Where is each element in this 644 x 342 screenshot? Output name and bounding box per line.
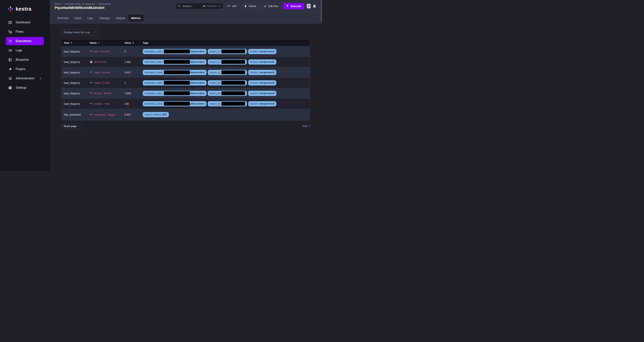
table-row[interactable]: load_biqquery ¹²³ output.rows 100 destin…: [62, 98, 310, 109]
per-page-label: 25 per page: [64, 125, 76, 127]
table-row[interactable]: load_biqquery ¹²³ bad.records 0 destinat…: [62, 46, 310, 57]
breadcrumb-item[interactable]: Executions: [99, 3, 111, 5]
tab-gantt[interactable]: Gantt: [72, 15, 84, 22]
metric-name[interactable]: input.bytes: [94, 71, 110, 74]
tag-value: .demo.orders: [190, 92, 204, 95]
table-row[interactable]: load_biqquery ¹²³ output.bytes 7,894 des…: [62, 88, 310, 98]
sidebar-item-executions[interactable]: Executions: [6, 37, 44, 45]
tag-label: project_id:: [210, 92, 220, 95]
metric-name[interactable]: duration: [94, 61, 106, 63]
breadcrumb-item[interactable]: dev.load_data_to_bigquery: [65, 3, 95, 5]
sidebar-item-blueprints[interactable]: Blueprints: [6, 56, 44, 64]
name-cell: ¹²³ bad.records: [90, 50, 124, 53]
name-cell: ¹²³ output.rows: [90, 102, 124, 105]
kestra-logo[interactable]: kestra.: [0, 0, 50, 17]
redaction-box: [164, 50, 190, 53]
sidebar-item-flows[interactable]: Flows: [6, 28, 44, 36]
task-cell: load_biqquery: [64, 92, 90, 95]
sidebar-item-dashboard[interactable]: Dashboard: [6, 18, 44, 27]
table-header-row: Task Name Value Tags: [62, 39, 310, 46]
tag-label: project_id:: [210, 82, 220, 84]
sidebar-item-label: Settings: [16, 86, 26, 89]
sidebar-item-logs[interactable]: Logs: [6, 46, 44, 55]
total-value: 7: [308, 125, 310, 127]
column-header-tags[interactable]: Tags: [143, 42, 308, 44]
column-header-name[interactable]: Name: [90, 42, 124, 44]
tag-pill: location: europe-west3: [248, 80, 276, 86]
delete-button[interactable]: Delete: [241, 3, 259, 9]
tag-pill: location: europe-west3: [248, 91, 276, 96]
tag-pill: destination_table: .demo.orders: [143, 49, 206, 54]
metric-name[interactable]: bad.records: [94, 50, 110, 53]
tag-value: .demo.orders: [190, 82, 204, 84]
sidebar-item-administration[interactable]: Administration: [6, 74, 44, 83]
jump-to-search[interactable]: Ctrl/Cmd + K: [176, 3, 223, 9]
table-row[interactable]: http_download ¹²³ response.length 5,837 …: [62, 109, 310, 120]
metric-name[interactable]: output.bytes: [94, 92, 112, 95]
metric-name[interactable]: input.files: [94, 81, 110, 84]
tag-pill: project_id:: [208, 91, 247, 96]
tag-pill: location: europe-west3: [248, 101, 276, 106]
tag-label: project_id:: [210, 71, 220, 74]
tab-topology[interactable]: Topology: [96, 15, 112, 22]
tag-label: destination_table:: [144, 71, 163, 74]
logs-icon: [8, 49, 12, 53]
content-area: Display metric for a sp... Task Name Val…: [50, 24, 322, 171]
tag-pill: destination_table: .demo.orders: [143, 101, 206, 106]
metric-name[interactable]: response.length: [94, 113, 116, 116]
blueprints-icon: [8, 58, 12, 62]
table-row[interactable]: load_biqquery ¹²³ input.files 1 destinat…: [62, 77, 310, 88]
sidebar-item-plugins[interactable]: Plugins: [6, 65, 44, 73]
chevron-down-icon: [78, 125, 80, 127]
tab-metrics[interactable]: Metrics: [128, 15, 144, 22]
table-row[interactable]: load_biqquery duration 1.46s destination…: [62, 57, 310, 67]
total-count: Total:7: [302, 125, 310, 127]
metric-name[interactable]: output.rows: [94, 102, 110, 105]
sidebar-nav: Dashboard Flows Executions Logs Blueprin…: [0, 17, 50, 92]
redaction-box: [222, 102, 245, 106]
tag-value: GET: [162, 113, 167, 116]
bell-icon[interactable]: [312, 4, 316, 8]
table-row[interactable]: load_biqquery ¹²³ input.bytes 5,837 dest…: [62, 67, 310, 77]
breadcrumb-separator: /: [62, 3, 63, 5]
sidebar-item-label: Dashboard: [16, 21, 30, 24]
value-cell: 1.46s: [124, 61, 143, 64]
tab-label: Logs: [87, 17, 93, 20]
execute-button[interactable]: Execute: [283, 3, 304, 9]
timer-icon: [90, 61, 92, 63]
tags-cell: destination_table: .demo.orders project_…: [143, 70, 308, 75]
tag-pill: project_id:: [208, 101, 247, 106]
tag-label: destination_table:: [144, 82, 163, 84]
tag-label: destination_table:: [144, 61, 163, 63]
api-button[interactable]: API API: [224, 3, 240, 9]
metric-filter-select[interactable]: Display metric for a sp...: [61, 29, 98, 36]
scrollbar-thumb[interactable]: [320, 0, 322, 22]
tab-outputs[interactable]: Outputs: [113, 15, 128, 22]
redaction-box: [164, 70, 190, 74]
column-header-value[interactable]: Value: [124, 42, 143, 44]
chevron-down-icon: [93, 31, 96, 34]
search-icon: [178, 5, 181, 8]
column-header-task[interactable]: Task: [64, 42, 90, 44]
redaction-box: [222, 91, 245, 95]
sidebar-item-settings[interactable]: Settings: [6, 84, 44, 92]
tag-value: europe-west3: [260, 92, 274, 95]
administration-icon: [8, 77, 12, 80]
per-page-select[interactable]: 25 per page: [61, 124, 82, 129]
tag-value: europe-west3: [260, 61, 274, 63]
tab-label: Metrics: [131, 17, 141, 20]
table-footer: 25 per page Total:7: [61, 124, 310, 129]
tag-pill: destination_table: .demo.orders: [143, 91, 206, 96]
breadcrumb: Flows/dev.load_data_to_bigquery/Executio…: [54, 3, 111, 5]
help-icon[interactable]: ?: [307, 4, 311, 9]
tag-value: .demo.orders: [190, 61, 204, 63]
breadcrumb-item[interactable]: Flows: [54, 3, 61, 5]
tab-logs[interactable]: Logs: [84, 15, 96, 22]
sidebar-item-label: Executions: [16, 39, 32, 43]
edit-flow-button[interactable]: Edit flow: [261, 3, 282, 9]
redaction-box: [164, 60, 190, 64]
search-input[interactable]: [182, 5, 200, 8]
tab-overview[interactable]: Overview: [54, 15, 71, 22]
tags-cell: destination_table: .demo.orders project_…: [143, 101, 308, 106]
tags-cell: destination_table: .demo.orders project_…: [143, 59, 308, 65]
